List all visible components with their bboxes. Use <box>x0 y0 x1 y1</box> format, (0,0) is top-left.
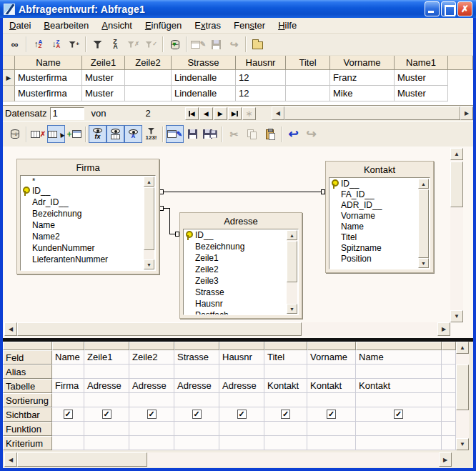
minimize-button[interactable] <box>425 1 440 16</box>
field-item[interactable]: ADR_ID__ <box>329 199 430 210</box>
paste-button[interactable] <box>261 125 279 143</box>
table-window-firma[interactable]: Firma * ID__ Adr_ID__ Bezeichnung Name N… <box>16 159 159 274</box>
scroll-down-button[interactable]: ▼ <box>144 259 154 269</box>
scroll-up-button[interactable]: ▲ <box>450 148 463 160</box>
datasheet-horizontal-scrollbar[interactable]: ◀ ▶ <box>272 106 473 120</box>
close-button[interactable]: ✗ <box>457 1 472 16</box>
sichtbar-checkbox[interactable]: ✓ <box>327 410 336 419</box>
feld-cell[interactable]: Zeile2 <box>129 350 174 365</box>
cell[interactable] <box>286 86 330 101</box>
field-item[interactable]: ID__ <box>21 185 155 197</box>
table-title[interactable]: Kontakt <box>326 162 433 177</box>
next-record-button[interactable]: ▶ <box>214 107 227 120</box>
grid-horizontal-scrollbar[interactable]: ◀ ▶ <box>3 452 473 468</box>
sortierung-cell[interactable] <box>174 393 219 407</box>
cell[interactable] <box>125 70 172 86</box>
column-header-zeile2[interactable]: Zeile2 <box>125 56 172 70</box>
field-item[interactable]: Adr_ID__ <box>21 197 155 208</box>
field-item[interactable]: Bezeichnung <box>184 241 298 252</box>
field-item[interactable]: Titel <box>329 232 430 242</box>
grid-column-selector[interactable] <box>356 342 442 350</box>
scrollbar-track[interactable] <box>302 322 437 336</box>
cell[interactable]: 12 <box>236 86 286 101</box>
feld-cell[interactable]: Hausnr <box>219 350 264 365</box>
scroll-left-button[interactable]: ◀ <box>4 452 17 467</box>
edit-query-button[interactable]: ✎ <box>166 125 184 143</box>
scroll-right-button[interactable]: ▶ <box>460 106 473 120</box>
refresh-data-button[interactable]: ▼ <box>166 36 184 54</box>
column-header-name[interactable]: Name <box>15 56 82 70</box>
relation-line-firma-adresse[interactable] <box>169 208 170 234</box>
scrollbar-thumb[interactable] <box>418 189 429 258</box>
cut-button[interactable]: ✂ <box>225 125 243 143</box>
kriterium-cell[interactable] <box>219 436 264 450</box>
redo-button[interactable]: ↪ <box>302 125 320 143</box>
design-vertical-scrollbar[interactable]: ▲ ▼ <box>450 148 463 322</box>
kriterium-cell[interactable] <box>129 436 174 450</box>
field-item[interactable]: Vorname <box>329 210 430 221</box>
revert-record-button[interactable]: ↪ <box>225 36 243 54</box>
alias-cell[interactable] <box>307 365 356 379</box>
tabelle-cell[interactable]: Kontakt <box>356 379 442 393</box>
remove-sort-button[interactable]: ZA <box>106 36 124 54</box>
alias-cell[interactable] <box>356 365 442 379</box>
field-list-scrollbar[interactable]: ▲ ▼ <box>144 177 154 269</box>
show-functions-button[interactable]: fx <box>89 125 106 143</box>
scrollbar-thumb[interactable] <box>284 106 460 120</box>
cell[interactable]: Muster <box>82 70 125 86</box>
column-header-vorname[interactable]: Vorname <box>330 56 395 70</box>
column-header-zeile1[interactable]: Zeile1 <box>82 56 125 70</box>
kriterium-cell[interactable] <box>356 436 442 450</box>
row-selector[interactable]: ▶ <box>3 70 15 86</box>
menu-ansicht[interactable]: Ansicht <box>95 19 139 32</box>
save-button[interactable] <box>184 125 202 143</box>
first-record-button[interactable]: ◀ <box>185 107 199 120</box>
feld-cell[interactable]: Titel <box>264 350 307 365</box>
field-item[interactable]: Strasse <box>184 287 298 298</box>
field-item[interactable]: Spitzname <box>329 242 430 253</box>
field-item[interactable]: ID__ <box>329 178 430 189</box>
scrollbar-thumb[interactable] <box>17 322 302 336</box>
alias-cell[interactable] <box>84 365 129 379</box>
grid-column-selector[interactable] <box>174 342 219 350</box>
sortierung-cell[interactable] <box>52 393 84 407</box>
cell[interactable]: Muster <box>395 70 448 86</box>
menu-hilfe[interactable]: Hilfe <box>272 19 303 32</box>
funktion-cell[interactable] <box>84 422 129 436</box>
maximize-button[interactable] <box>441 1 456 16</box>
field-list-scrollbar[interactable]: ▲ ▼ <box>287 230 297 314</box>
tabelle-cell[interactable]: Adresse <box>174 379 219 393</box>
scrollbar-thumb[interactable] <box>144 187 154 250</box>
scrollbar-track[interactable] <box>147 452 439 467</box>
cell[interactable]: Lindenalle <box>172 86 236 101</box>
alias-cell[interactable] <box>52 365 84 379</box>
scroll-down-button[interactable]: ▼ <box>456 438 469 450</box>
field-item[interactable]: Zeile1 <box>184 252 298 264</box>
row-selector[interactable] <box>3 86 15 101</box>
kriterium-cell[interactable] <box>84 436 129 450</box>
menu-einfuegen[interactable]: Einfügen <box>139 19 188 32</box>
funktion-cell[interactable] <box>264 422 307 436</box>
sichtbar-checkbox[interactable]: ✓ <box>192 410 202 419</box>
field-item[interactable]: ID__ <box>184 229 298 241</box>
sortierung-cell[interactable] <box>219 393 264 407</box>
sichtbar-checkbox[interactable]: ✓ <box>147 410 157 419</box>
relation-line-firma-kontakt[interactable] <box>164 192 321 192</box>
kriterium-cell[interactable] <box>307 436 356 450</box>
alias-cell[interactable] <box>174 365 219 379</box>
filter-button[interactable] <box>89 36 106 54</box>
add-table-button[interactable]: + <box>65 125 83 143</box>
scrollbar-thumb[interactable] <box>17 452 147 467</box>
scroll-up-button[interactable]: ▲ <box>144 177 154 187</box>
alias-cell[interactable] <box>129 365 174 379</box>
sortierung-cell[interactable] <box>442 393 456 407</box>
grid-column-selector[interactable] <box>264 342 307 350</box>
menu-extras[interactable]: Extras <box>188 19 227 32</box>
funktion-cell[interactable] <box>219 422 264 436</box>
alias-cell[interactable] <box>442 365 456 379</box>
scroll-up-button[interactable]: ▲ <box>418 179 429 189</box>
grid-column-selector[interactable] <box>219 342 264 350</box>
scroll-right-button[interactable]: ▶ <box>439 452 452 467</box>
query-design-area[interactable]: Firma * ID__ Adr_ID__ Bezeichnung Name N… <box>3 147 473 338</box>
application-icon[interactable] <box>4 4 15 15</box>
